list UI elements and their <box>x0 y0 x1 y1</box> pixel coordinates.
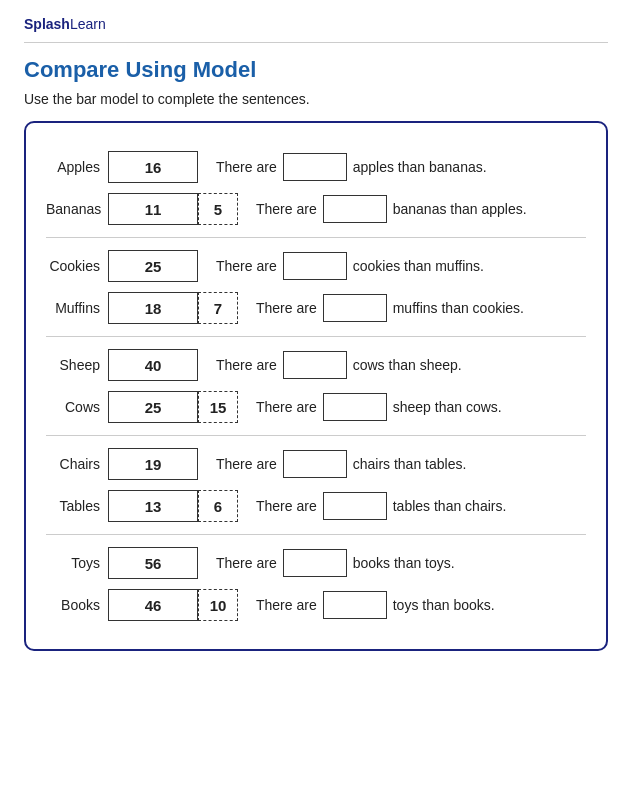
section-apples-bananas: Apples16There areapples than bananas.Ban… <box>46 139 586 238</box>
there-are-label: There are <box>256 300 317 316</box>
answer-box[interactable] <box>323 492 387 520</box>
there-are-label: There are <box>216 555 277 571</box>
bar-solid: 11 <box>108 193 198 225</box>
sentence: There aretoys than books. <box>256 591 495 619</box>
logo-learn: Learn <box>70 16 106 32</box>
row-label: Toys <box>46 555 108 571</box>
answer-box[interactable] <box>323 195 387 223</box>
section-sheep-cows: Sheep40There arecows than sheep.Cows2515… <box>46 337 586 436</box>
bar-model: 56 <box>108 547 198 579</box>
bar-model: 187 <box>108 292 238 324</box>
bar-model: 2515 <box>108 391 238 423</box>
bar-dashed: 10 <box>198 589 238 621</box>
sentence: There aretables than chairs. <box>256 492 506 520</box>
table-row: Apples16There areapples than bananas. <box>46 151 586 183</box>
table-row: Books4610There aretoys than books. <box>46 589 586 621</box>
row-label: Muffins <box>46 300 108 316</box>
sentence-end: chairs than tables. <box>353 456 467 472</box>
row-label: Cows <box>46 399 108 415</box>
bar-model: 40 <box>108 349 198 381</box>
section-cookies-muffins: Cookies25There arecookies than muffins.M… <box>46 238 586 337</box>
logo: SplashLearn <box>24 16 608 32</box>
row-label: Cookies <box>46 258 108 274</box>
bar-model: 4610 <box>108 589 238 621</box>
answer-box[interactable] <box>323 294 387 322</box>
sentence: There arecows than sheep. <box>216 351 462 379</box>
bar-solid: 25 <box>108 391 198 423</box>
row-label: Chairs <box>46 456 108 472</box>
table-row: Chairs19There arechairs than tables. <box>46 448 586 480</box>
bar-model: 136 <box>108 490 238 522</box>
table-row: Cows2515There aresheep than cows. <box>46 391 586 423</box>
bar-dashed: 6 <box>198 490 238 522</box>
bar-model: 115 <box>108 193 238 225</box>
sentence: There arebooks than toys. <box>216 549 455 577</box>
bar-model: 16 <box>108 151 198 183</box>
page: SplashLearn Compare Using Model Use the … <box>0 0 632 812</box>
answer-box[interactable] <box>323 393 387 421</box>
row-label: Books <box>46 597 108 613</box>
sentence-end: bananas than apples. <box>393 201 527 217</box>
table-row: Tables136There aretables than chairs. <box>46 490 586 522</box>
bar-dashed: 15 <box>198 391 238 423</box>
there-are-label: There are <box>216 357 277 373</box>
section-chairs-tables: Chairs19There arechairs than tables.Tabl… <box>46 436 586 535</box>
section-toys-books: Toys56There arebooks than toys.Books4610… <box>46 535 586 633</box>
answer-box[interactable] <box>283 252 347 280</box>
bar-solid: 56 <box>108 547 198 579</box>
row-label: Tables <box>46 498 108 514</box>
sentence: There arecookies than muffins. <box>216 252 484 280</box>
answer-box[interactable] <box>283 351 347 379</box>
logo-divider <box>24 42 608 43</box>
bar-solid: 16 <box>108 151 198 183</box>
sentence-end: tables than chairs. <box>393 498 507 514</box>
bar-solid: 13 <box>108 490 198 522</box>
row-label: Sheep <box>46 357 108 373</box>
sentence: There aresheep than cows. <box>256 393 502 421</box>
sentence-end: muffins than cookies. <box>393 300 524 316</box>
page-title: Compare Using Model <box>24 57 608 83</box>
sentence-end: books than toys. <box>353 555 455 571</box>
bar-solid: 25 <box>108 250 198 282</box>
there-are-label: There are <box>216 159 277 175</box>
there-are-label: There are <box>216 456 277 472</box>
sentence-end: cows than sheep. <box>353 357 462 373</box>
sentence-end: cookies than muffins. <box>353 258 484 274</box>
bar-solid: 40 <box>108 349 198 381</box>
table-row: Bananas115There arebananas than apples. <box>46 193 586 225</box>
bar-model: 25 <box>108 250 198 282</box>
answer-box[interactable] <box>283 450 347 478</box>
sentence: There arechairs than tables. <box>216 450 466 478</box>
sentence: There arebananas than apples. <box>256 195 527 223</box>
table-row: Muffins187There aremuffins than cookies. <box>46 292 586 324</box>
row-label: Bananas <box>46 201 108 217</box>
sentence-end: apples than bananas. <box>353 159 487 175</box>
sentence: There aremuffins than cookies. <box>256 294 524 322</box>
answer-box[interactable] <box>283 153 347 181</box>
there-are-label: There are <box>256 498 317 514</box>
row-label: Apples <box>46 159 108 175</box>
bar-solid: 19 <box>108 448 198 480</box>
answer-box[interactable] <box>323 591 387 619</box>
answer-box[interactable] <box>283 549 347 577</box>
bar-dashed: 7 <box>198 292 238 324</box>
worksheet: Apples16There areapples than bananas.Ban… <box>24 121 608 651</box>
there-are-label: There are <box>256 597 317 613</box>
table-row: Cookies25There arecookies than muffins. <box>46 250 586 282</box>
there-are-label: There are <box>256 399 317 415</box>
sentence-end: sheep than cows. <box>393 399 502 415</box>
page-instruction: Use the bar model to complete the senten… <box>24 91 608 107</box>
there-are-label: There are <box>256 201 317 217</box>
bar-model: 19 <box>108 448 198 480</box>
sentence-end: toys than books. <box>393 597 495 613</box>
bar-dashed: 5 <box>198 193 238 225</box>
logo-splash: Splash <box>24 16 70 32</box>
there-are-label: There are <box>216 258 277 274</box>
bar-solid: 18 <box>108 292 198 324</box>
table-row: Sheep40There arecows than sheep. <box>46 349 586 381</box>
table-row: Toys56There arebooks than toys. <box>46 547 586 579</box>
sentence: There areapples than bananas. <box>216 153 487 181</box>
bar-solid: 46 <box>108 589 198 621</box>
